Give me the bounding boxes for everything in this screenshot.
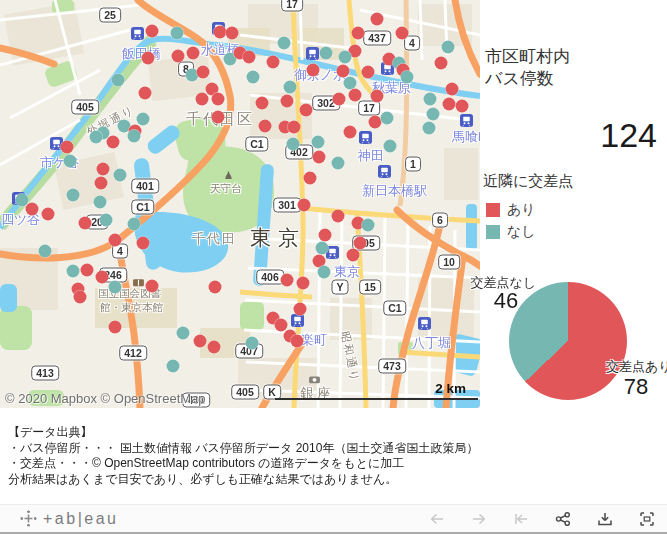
bus-stop-dot[interactable] — [74, 291, 87, 304]
bus-stop-dot[interactable] — [197, 66, 210, 79]
bus-stop-dot[interactable] — [67, 265, 80, 278]
bus-stop-dot[interactable] — [352, 27, 365, 40]
bus-stop-dot[interactable] — [300, 104, 313, 117]
map-attribution[interactable]: © 2020 Mapbox © OpenStreetMap — [5, 391, 206, 406]
bus-stop-dot[interactable] — [371, 13, 384, 26]
bus-stop-dot[interactable] — [61, 141, 74, 154]
bus-stop-dot[interactable] — [171, 27, 184, 40]
bus-stop-dot[interactable] — [194, 335, 207, 348]
bus-stop-dot[interactable] — [371, 90, 384, 103]
bus-stop-dot[interactable] — [137, 113, 150, 126]
bus-stop-dot[interactable] — [109, 321, 122, 334]
bus-stop-dot[interactable] — [446, 83, 459, 96]
bus-stop-dot[interactable] — [337, 65, 350, 78]
bus-stop-dot[interactable] — [107, 136, 120, 149]
bus-stop-dot[interactable] — [142, 52, 155, 65]
download-icon[interactable] — [596, 510, 614, 528]
bus-stop-dot[interactable] — [137, 237, 150, 250]
bus-stop-dot[interactable] — [208, 341, 221, 354]
bus-stop-dot[interactable] — [284, 81, 297, 94]
bus-stop-dot[interactable] — [344, 126, 357, 139]
bus-stop-dot[interactable] — [349, 89, 362, 102]
bus-stop-dot[interactable] — [312, 136, 325, 149]
bus-stop-dot[interactable] — [381, 112, 394, 125]
bus-stop-dot[interactable] — [278, 37, 291, 50]
bus-stop-dot[interactable] — [128, 218, 141, 231]
legend-swatch-red[interactable] — [486, 203, 500, 217]
bus-stop-dot[interactable] — [318, 266, 331, 279]
bus-stop-dot[interactable] — [172, 50, 185, 63]
bus-stop-dot[interactable] — [396, 27, 409, 40]
bus-stop-dot[interactable] — [246, 337, 259, 350]
bus-stop-dot[interactable] — [146, 25, 159, 38]
bus-stop-dot[interactable] — [64, 155, 77, 168]
bus-stop-dot[interactable] — [333, 93, 346, 106]
bus-stop-dot[interactable] — [304, 172, 317, 185]
bus-stop-dot[interactable] — [435, 57, 448, 70]
bus-stop-dot[interactable] — [139, 87, 152, 100]
replay-icon[interactable] — [512, 510, 530, 528]
bus-stop-dot[interactable] — [247, 71, 260, 84]
bus-stop-dot[interactable] — [81, 264, 94, 277]
bus-stop-dot[interactable] — [212, 111, 225, 124]
bus-stop-dot[interactable] — [354, 237, 367, 250]
legend-item-ari[interactable]: あり — [486, 201, 536, 219]
legend-swatch-teal[interactable] — [486, 225, 500, 239]
bus-stop-dot[interactable] — [209, 281, 222, 294]
bus-stop-dot[interactable] — [401, 71, 414, 84]
bus-stop-dot[interactable] — [42, 208, 55, 221]
bus-stop-dot[interactable] — [313, 151, 326, 164]
bus-stop-dot[interactable] — [288, 121, 301, 134]
bus-stop-dot[interactable] — [291, 335, 304, 348]
bus-stop-dot[interactable] — [307, 64, 320, 77]
bus-stop-dot[interactable] — [339, 51, 352, 64]
tableau-logo[interactable]: +ab|eau — [20, 510, 119, 528]
bus-stop-dot[interactable] — [316, 242, 329, 255]
bus-stop-dot[interactable] — [384, 140, 397, 153]
bus-stop-dot[interactable] — [114, 169, 127, 182]
bus-stop-dot[interactable] — [332, 157, 345, 170]
bus-stop-dot[interactable] — [79, 217, 92, 230]
bus-stop-dot[interactable] — [96, 271, 109, 284]
bus-stop-dot[interactable] — [427, 108, 440, 121]
bus-stop-dot[interactable] — [298, 199, 311, 212]
bus-stop-dot[interactable] — [167, 360, 180, 373]
fullscreen-icon[interactable] — [638, 510, 656, 528]
bus-stop-dot[interactable] — [297, 277, 310, 290]
bus-stop-dot[interactable] — [259, 120, 272, 133]
bus-stop-dot[interactable] — [97, 163, 110, 176]
bus-stop-dot[interactable] — [442, 41, 455, 54]
bus-stop-dot[interactable] — [109, 234, 122, 247]
share-icon[interactable] — [554, 510, 572, 528]
bus-stop-dot[interactable] — [362, 219, 375, 232]
bus-stop-dot[interactable] — [177, 327, 190, 340]
bus-stop-dot[interactable] — [100, 214, 113, 227]
bus-stop-dot[interactable] — [287, 138, 300, 151]
bus-stop-dot[interactable] — [243, 51, 256, 64]
bus-stop-dot[interactable] — [424, 93, 437, 106]
bus-stop-dot[interactable] — [320, 47, 333, 60]
bus-stop-dot[interactable] — [26, 203, 39, 216]
map-panel[interactable]: 千代田区千代田東京天守台国立国会図書館・東京本館銀座昭和通り外堀通り251743… — [0, 0, 480, 408]
bus-stop-dot[interactable] — [39, 245, 52, 258]
bus-stop-dot[interactable] — [146, 280, 159, 293]
bus-stop-dot[interactable] — [212, 93, 225, 106]
bus-stop-dot[interactable] — [319, 229, 332, 242]
bus-stop-dot[interactable] — [128, 130, 141, 143]
legend-item-nashi[interactable]: なし — [486, 223, 536, 241]
bus-stop-dot[interactable] — [94, 196, 107, 209]
bus-stop-dot[interactable] — [187, 47, 200, 60]
bus-stop-dot[interactable] — [67, 189, 80, 202]
bus-stop-dot[interactable] — [267, 56, 280, 69]
bus-stop-dot[interactable] — [256, 97, 269, 110]
bus-stop-dot[interactable] — [109, 281, 122, 294]
bus-stop-dot[interactable] — [281, 95, 294, 108]
bus-stop-dot[interactable] — [226, 27, 239, 40]
redo-icon[interactable] — [470, 510, 488, 528]
bus-stop-dot[interactable] — [90, 131, 103, 144]
undo-icon[interactable] — [428, 510, 446, 528]
bus-stop-dot[interactable] — [423, 122, 436, 135]
bus-stop-dot[interactable] — [332, 210, 345, 223]
bus-stop-dot[interactable] — [443, 98, 456, 111]
bus-stop-dot[interactable] — [347, 249, 360, 262]
